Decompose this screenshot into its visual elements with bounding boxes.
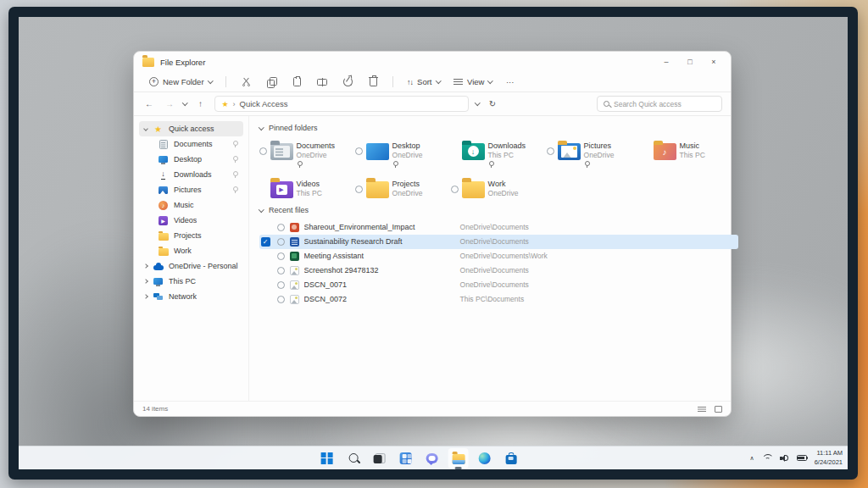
delete-button[interactable] (362, 75, 384, 90)
tray-date: 6/24/2021 (815, 458, 843, 467)
sidebar-item-onedrive[interactable]: OneDrive - Personal (139, 258, 243, 274)
excel-file-icon (290, 252, 299, 261)
pin-icon (232, 186, 238, 195)
sidebar-item-downloads[interactable]: ↓ Downloads (139, 167, 243, 182)
recent-files-header[interactable]: Recent files (259, 203, 738, 217)
refresh-button[interactable]: ↻ (486, 99, 499, 108)
chevron-down-icon (488, 78, 493, 83)
tray-chevron-up-icon[interactable]: ∧ (750, 455, 754, 462)
item-count: 14 items (142, 405, 168, 413)
store-button[interactable] (501, 448, 521, 469)
chevron-down-icon (208, 78, 213, 83)
sidebar-item-documents[interactable]: Documents (139, 136, 243, 152)
sidebar-item-pictures[interactable]: Pictures (139, 182, 243, 197)
breadcrumb[interactable]: ★ › Quick Access (214, 96, 469, 112)
powerpoint-file-icon (290, 223, 299, 232)
taskbar: ∧ 11:11 AM 6/24/2021 (19, 446, 848, 469)
titlebar[interactable]: File Explorer – □ × (134, 52, 731, 72)
view-button[interactable]: View (448, 75, 498, 89)
start-button[interactable] (317, 448, 337, 469)
paste-button[interactable] (286, 75, 308, 90)
close-button[interactable]: × (702, 53, 726, 70)
pin-icon (232, 155, 238, 164)
pin-icon (584, 161, 590, 168)
pinned-tile-desktop[interactable]: Desktop OneDrive (355, 139, 451, 170)
pinned-tile-downloads[interactable]: ↓ Downloads This PC (451, 139, 547, 170)
sync-status-icon (277, 296, 285, 303)
pin-icon (232, 140, 238, 149)
file-row[interactable]: Screenshot 29478132 OneDrive\Documents (259, 263, 738, 278)
new-folder-label: New Folder (163, 77, 204, 86)
file-row[interactable]: Shareout_Environmental_Impact OneDrive\D… (259, 220, 738, 235)
share-button[interactable] (337, 75, 359, 90)
details-view-button[interactable] (698, 406, 706, 413)
new-folder-button[interactable]: + New Folder (144, 75, 217, 89)
battery-icon[interactable] (797, 455, 807, 461)
more-options-button[interactable]: ··· (501, 75, 520, 89)
pinned-tile-projects[interactable]: Projects OneDrive (355, 177, 451, 198)
file-explorer-taskbar-button[interactable] (448, 448, 469, 469)
pinned-tile-videos[interactable]: ▶ Videos This PC (259, 177, 355, 198)
downloads-folder-icon: ↓ (462, 143, 485, 160)
edge-button[interactable] (475, 448, 495, 469)
up-button[interactable]: ↑ (194, 99, 208, 108)
file-row[interactable]: DSCN_0072 This PC\Documents (259, 292, 738, 307)
chevron-down-icon (436, 78, 441, 83)
chevron-down-icon[interactable] (143, 126, 148, 131)
checkbox-checked-icon[interactable]: ✓ (261, 237, 270, 247)
file-explorer-window: File Explorer – □ × + New Folder (133, 51, 732, 417)
widgets-button[interactable] (396, 448, 416, 469)
sidebar-item-projects[interactable]: Projects (139, 228, 243, 243)
volume-icon[interactable] (780, 454, 789, 462)
thumbnail-view-button[interactable] (715, 406, 722, 413)
history-chevron-icon[interactable] (182, 100, 187, 105)
sidebar-item-desktop[interactable]: Desktop (139, 152, 243, 167)
chevron-right-icon[interactable] (143, 263, 148, 269)
image-file-icon (290, 266, 299, 275)
task-view-button[interactable] (370, 448, 390, 469)
minimize-button[interactable]: – (654, 53, 678, 70)
sidebar-item-music[interactable]: ♪ Music (139, 197, 243, 213)
desktop-icon (366, 143, 389, 160)
pinned-tile-pictures[interactable]: Pictures OneDrive (547, 139, 643, 170)
sidebar-item-videos[interactable]: ▶ Videos (139, 213, 243, 228)
sidebar-item-network[interactable]: Network (139, 289, 243, 304)
sync-status-icon (277, 267, 285, 274)
copy-button[interactable] (260, 75, 282, 90)
share-icon (343, 77, 353, 86)
sort-arrows-icon: ↑↓ (407, 78, 413, 86)
cut-button[interactable] (235, 75, 257, 90)
file-row-selected[interactable]: ✓ Sustainability Research Draft OneDrive… (259, 235, 738, 249)
network-icon (153, 291, 164, 302)
divider (225, 76, 226, 87)
back-button[interactable]: ← (142, 99, 156, 108)
chat-button[interactable] (422, 448, 442, 469)
chevron-right-icon[interactable] (143, 279, 148, 284)
clock[interactable]: 11:11 AM 6/24/2021 (815, 449, 843, 466)
pinned-tile-documents[interactable]: Documents OneDrive (259, 139, 355, 170)
sort-button[interactable]: ↑↓ Sort (402, 75, 445, 89)
tray-time: 11:11 AM (815, 449, 843, 458)
sync-status-icon (355, 186, 363, 193)
chevron-down-icon (259, 207, 264, 212)
star-icon: ★ (153, 124, 164, 135)
address-dropdown-icon[interactable] (475, 100, 480, 105)
pinned-tile-work[interactable]: Work OneDrive (451, 177, 547, 198)
file-row[interactable]: DSCN_0071 OneDrive\Documents (259, 278, 738, 292)
breadcrumb-location: Quick Access (240, 99, 288, 108)
sidebar-item-this-pc[interactable]: This PC (139, 274, 243, 289)
forward-button[interactable]: → (163, 99, 176, 108)
search-input[interactable] (614, 100, 715, 108)
pinned-tile-music[interactable]: ♪ Music This PC (643, 139, 738, 170)
wifi-icon[interactable] (762, 454, 772, 462)
maximize-button[interactable]: □ (678, 53, 702, 70)
sync-status-icon (259, 147, 267, 155)
taskbar-search-button[interactable] (343, 448, 364, 469)
sidebar-item-quick-access[interactable]: ★ Quick access (139, 121, 243, 136)
search-box[interactable] (597, 96, 722, 112)
sidebar-item-work[interactable]: Work (139, 243, 243, 258)
pinned-folders-header[interactable]: Pinned folders (259, 121, 738, 135)
file-row[interactable]: Meeting Assistant OneDrive\Documents\Wor… (259, 249, 738, 263)
rename-button[interactable] (311, 75, 333, 90)
chevron-right-icon[interactable] (143, 294, 148, 299)
